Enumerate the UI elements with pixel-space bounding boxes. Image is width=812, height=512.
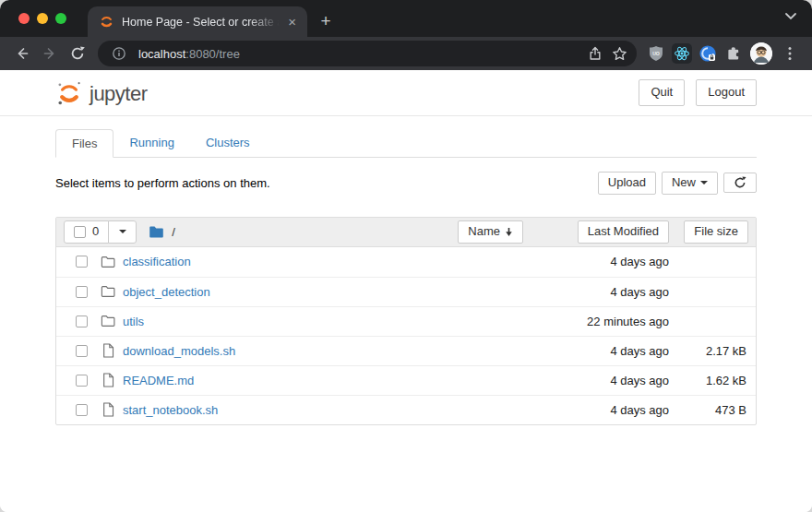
- upload-button[interactable]: Upload: [598, 172, 656, 195]
- file-list-header: 0 / Name: [56, 218, 756, 247]
- select-items-message: Select items to perform actions on them.: [55, 176, 598, 190]
- url-text: localhost:8080/tree: [138, 47, 583, 61]
- browser-toolbar: localhost:8080/tree UO: [0, 37, 812, 70]
- file-link[interactable]: object_detection: [123, 285, 523, 299]
- list-toolbar: Select items to perform actions on them.…: [55, 172, 757, 195]
- selected-count: 0: [92, 224, 99, 240]
- select-dropdown-button[interactable]: [108, 220, 137, 244]
- address-bar[interactable]: localhost:8080/tree: [98, 41, 637, 66]
- zoom-window-button[interactable]: [55, 13, 66, 24]
- browser-window: Home Page - Select or create a × +: [0, 0, 812, 512]
- star-icon[interactable]: [607, 42, 631, 65]
- jupyter-tabs: Files Running Clusters: [55, 129, 757, 158]
- password-lock-icon[interactable]: [696, 42, 720, 65]
- row-checkbox[interactable]: [76, 316, 88, 327]
- ublock-shield-icon[interactable]: UO: [644, 42, 668, 65]
- quit-button[interactable]: Quit: [639, 79, 685, 106]
- file-row: object_detection 4 days ago: [56, 277, 756, 306]
- sort-size-button[interactable]: File size: [684, 220, 748, 244]
- arrow-down-icon: [505, 227, 513, 237]
- file-row: README.md 4 days ago 1.62 kB: [56, 365, 756, 395]
- modified-cell: 4 days ago: [523, 255, 669, 268]
- caret-down-icon: [119, 230, 126, 237]
- row-checkbox[interactable]: [76, 256, 88, 268]
- file-icon: [102, 402, 114, 417]
- breadcrumb-path[interactable]: /: [172, 225, 175, 239]
- file-link[interactable]: README.md: [123, 374, 523, 387]
- sort-name-button[interactable]: Name: [458, 220, 523, 244]
- tab-title: Home Page - Select or create a: [122, 16, 284, 29]
- modified-cell: 22 minutes ago: [523, 315, 669, 328]
- file-row: classification 4 days ago: [56, 247, 756, 277]
- row-checkbox[interactable]: [76, 375, 88, 387]
- row-checkbox[interactable]: [76, 345, 88, 357]
- jupyter-logo-text: jupyter: [90, 82, 148, 106]
- folder-icon: [101, 315, 115, 327]
- jupyter-logo-icon: [55, 79, 83, 107]
- profile-avatar[interactable]: [750, 42, 772, 65]
- file-link[interactable]: utils: [123, 315, 523, 328]
- row-checkbox[interactable]: [76, 286, 88, 298]
- file-link[interactable]: start_notebook.sh: [123, 403, 523, 417]
- logout-button[interactable]: Logout: [696, 79, 757, 106]
- row-checkbox[interactable]: [76, 404, 88, 416]
- menu-dots-icon[interactable]: [777, 41, 803, 66]
- tab-clusters[interactable]: Clusters: [190, 129, 266, 158]
- jupyter-header: jupyter Quit Logout: [0, 70, 812, 116]
- window-controls: [18, 13, 66, 24]
- info-icon[interactable]: [107, 42, 131, 65]
- browser-tab[interactable]: Home Page - Select or create a ×: [88, 6, 307, 37]
- minimize-window-button[interactable]: [37, 13, 48, 24]
- svg-text:UO: UO: [652, 51, 660, 56]
- file-row: download_models.sh 4 days ago 2.17 kB: [56, 336, 756, 365]
- folder-icon: [101, 285, 115, 298]
- file-icon: [102, 343, 114, 358]
- reload-icon[interactable]: [65, 41, 90, 66]
- file-list: classification 4 days ago object_detecti…: [56, 247, 756, 424]
- modified-cell: 4 days ago: [523, 374, 669, 387]
- tab-close-icon[interactable]: ×: [284, 13, 300, 30]
- size-cell: 1.62 kB: [678, 374, 748, 387]
- folder-icon: [101, 256, 115, 268]
- modified-cell: 4 days ago: [523, 403, 669, 417]
- close-window-button[interactable]: [18, 13, 30, 24]
- select-all-button[interactable]: 0: [64, 220, 109, 244]
- back-icon[interactable]: [9, 41, 35, 66]
- file-list-table: 0 / Name: [55, 217, 757, 425]
- react-devtools-icon[interactable]: [672, 43, 692, 64]
- new-tab-button[interactable]: +: [313, 8, 339, 34]
- file-link[interactable]: download_models.sh: [123, 344, 523, 358]
- share-icon[interactable]: [583, 42, 607, 65]
- file-row: utils 22 minutes ago: [56, 306, 756, 336]
- tab-search-chevron-icon[interactable]: [784, 12, 797, 20]
- jupyter-logo[interactable]: jupyter: [55, 79, 148, 107]
- file-icon: [102, 373, 114, 387]
- refresh-button[interactable]: [723, 173, 757, 193]
- jupyter-page: jupyter Quit Logout Files Running Cluste…: [0, 70, 812, 512]
- browser-tab-strip: Home Page - Select or create a × +: [0, 0, 812, 37]
- extensions-puzzle-icon[interactable]: [722, 42, 746, 65]
- modified-cell: 4 days ago: [523, 344, 669, 358]
- forward-icon[interactable]: [37, 41, 63, 66]
- file-link[interactable]: classification: [123, 255, 523, 268]
- breadcrumb: /: [149, 225, 175, 239]
- select-all-checkbox[interactable]: [74, 226, 86, 238]
- caret-down-icon: [700, 181, 708, 188]
- modified-cell: 4 days ago: [523, 285, 669, 299]
- jupyter-favicon-icon: [99, 14, 114, 30]
- sort-modified-button[interactable]: Last Modified: [578, 220, 669, 244]
- size-cell: 473 B: [678, 403, 748, 417]
- file-row: start_notebook.sh 4 days ago 473 B: [56, 395, 756, 424]
- size-cell: 2.17 kB: [678, 344, 748, 358]
- refresh-icon: [734, 176, 746, 189]
- tab-files[interactable]: Files: [55, 129, 113, 158]
- folder-icon[interactable]: [149, 225, 164, 239]
- new-dropdown-button[interactable]: New: [662, 172, 718, 195]
- tab-running[interactable]: Running: [113, 129, 189, 158]
